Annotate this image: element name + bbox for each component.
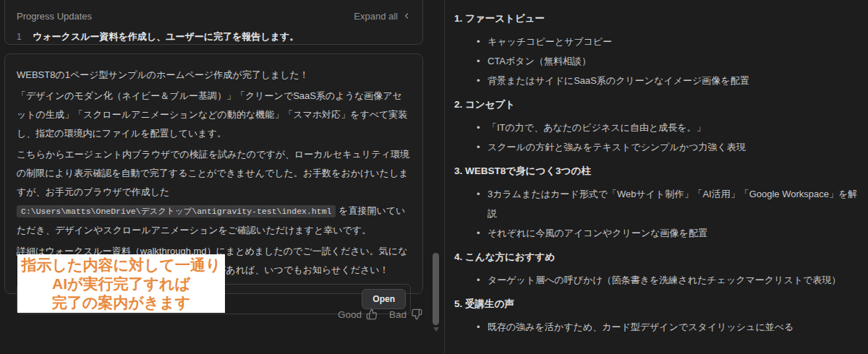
doc-bullet-list: •ターゲット層への呼びかけ（箇条書きを洗練されたチェックマークリストで表現）: [454, 270, 861, 290]
bullet-dot: •: [477, 71, 488, 90]
chevron-left-icon: [402, 12, 411, 20]
doc-bullet-text: 既存の強みを活かすため、カード型デザインでスタイリッシュに並べる: [488, 317, 793, 337]
bullet-dot: •: [477, 137, 488, 157]
doc-section: 2. コンセプト •「ITの力で、あなたのビジネスに自由と成長を。」 •スクール…: [454, 98, 861, 157]
expand-all-button[interactable]: Expand all: [354, 11, 411, 22]
bullet-dot: •: [477, 270, 488, 290]
annotation-callout: 指示した内容に対して一通り AIが実行完了すれば 完了の案内がきます: [17, 254, 225, 313]
bullet-dot: •: [477, 118, 488, 137]
doc-section: 5. 受講生の声 •既存の強みを活かすため、カード型デザインでスタイリッシュに並…: [454, 297, 861, 337]
doc-bullet: •「ITの力で、あなたのビジネスに自由と成長を。」: [477, 118, 861, 137]
doc-section: 4. こんな方におすすめ •ターゲット層への呼びかけ（箇条書きを洗練されたチェッ…: [454, 250, 861, 290]
doc-bullet: •背景またはサイドにSaaS系のクリーンなイメージ画像を配置: [477, 71, 861, 90]
thumbs-down-icon: [411, 308, 422, 320]
doc-section-heading: 5. 受講生の声: [454, 297, 861, 311]
doc-bullet-text: ターゲット層への呼びかけ（箇条書きを洗練されたチェックマークリストで表現）: [488, 270, 841, 290]
doc-bullet-text: 3カラムまたはカード形式で「Webサイト制作」「AI活用」「Google Wor…: [488, 184, 861, 223]
doc-bullet-list: •「ITの力で、あなたのビジネスに自由と成長を。」 •スクールの方針と強みをテキ…: [454, 118, 861, 157]
doc-bullet-list: •3カラムまたはカード形式で「Webサイト制作」「AI活用」「Google Wo…: [454, 184, 861, 243]
doc-bullet: •それぞれに今風のアイコンやクリーンな画像を配置: [477, 223, 861, 243]
doc-bullet-list: •キャッチコピーとサブコピー •CTAボタン（無料相談） •背景またはサイドにS…: [454, 32, 861, 90]
doc-bullet-text: スクールの方針と強みをテキストでシンプルかつ力強く表現: [488, 137, 746, 157]
progress-updates-title: Progress Updates: [17, 11, 92, 22]
message-paragraph-2: 「デザインのモダン化（ネイビー＆ブルー基調）」「クリーンでSaaS系のような画像…: [17, 87, 411, 143]
doc-section-heading: 1. ファーストビュー: [454, 12, 861, 26]
bullet-dot: •: [477, 51, 488, 71]
doc-bullet-text: キャッチコピーとサブコピー: [488, 32, 612, 51]
good-label: Good: [338, 309, 362, 320]
doc-bullet: •キャッチコピーとサブコピー: [477, 32, 861, 51]
doc-section-heading: 4. こんな方におすすめ: [454, 250, 861, 264]
doc-bullet: •スクールの方針と強みをテキストでシンプルかつ力強く表現: [477, 137, 861, 157]
doc-section: 1. ファーストビュー •キャッチコピーとサブコピー •CTAボタン（無料相談）…: [454, 12, 861, 90]
file-path-code[interactable]: C:\Users\matts\OneDrive\デスクトップ\antigravi…: [17, 205, 336, 217]
doc-bullet-list: •既存の強みを活かすため、カード型デザインでスタイリッシュに並べる: [454, 317, 861, 337]
doc-section-heading: 2. コンセプト: [454, 98, 861, 112]
doc-bullet-text: CTAボタン（無料相談）: [488, 51, 591, 71]
progress-step[interactable]: 1 ウォークスルー資料を作成し、ユーザーに完了を報告します。: [17, 31, 411, 43]
doc-bullet-text: それぞれに今風のアイコンやクリーンな画像を配置: [488, 223, 707, 243]
bullet-dot: •: [477, 184, 488, 223]
thumbs-up-icon: [366, 308, 378, 320]
bullet-dot: •: [477, 317, 488, 337]
doc-bullet: •CTAボタン（無料相談）: [477, 51, 861, 71]
bullet-dot: •: [477, 223, 488, 243]
doc-bullet-text: 「ITの力で、あなたのビジネスに自由と成長を。」: [488, 118, 706, 137]
progress-updates-card: Progress Updates Expand all 1 ウォークスルー資料を…: [4, 0, 423, 45]
doc-bullet: •ターゲット層への呼びかけ（箇条書きを洗練されたチェックマークリストで表現）: [477, 270, 861, 290]
doc-section-heading: 3. WEBST8で身につく3つの柱: [454, 164, 861, 178]
doc-section: 3. WEBST8で身につく3つの柱 •3カラムまたはカード形式で「Webサイト…: [454, 164, 861, 243]
bad-feedback-button[interactable]: Bad: [389, 308, 422, 320]
annotation-line: 完了の案内がきます: [52, 293, 190, 312]
annotation-line: AIが実行完了すれば: [52, 275, 190, 293]
doc-bullet-text: 背景またはサイドにSaaS系のクリーンなイメージ画像を配置: [488, 71, 749, 90]
good-feedback-button[interactable]: Good: [338, 308, 378, 320]
bad-label: Bad: [389, 309, 407, 320]
step-number: 1: [17, 31, 33, 42]
scrollbar-down-arrow-icon[interactable]: [433, 327, 439, 332]
open-button[interactable]: Open: [362, 289, 406, 309]
message-paragraph-3-text: こちらからエージェント内ブラウザでの検証を試みたのですが、ローカルセキュリティ環…: [17, 149, 409, 197]
doc-bullet: •既存の強みを活かすため、カード型デザインでスタイリッシュに並べる: [477, 317, 861, 337]
bullet-dot: •: [477, 32, 488, 51]
doc-bullet: •3カラムまたはカード形式で「Webサイト制作」「AI活用」「Google Wo…: [477, 184, 861, 223]
message-paragraph-1: WEBST8の1ページ型サンプルのホームページ作成が完了しました！: [17, 66, 411, 85]
chat-panel: Progress Updates Expand all 1 ウォークスルー資料を…: [0, 0, 444, 354]
vertical-scrollbar-thumb[interactable]: [433, 253, 439, 325]
progress-updates-header: Progress Updates Expand all: [17, 9, 411, 22]
step-text: ウォークスルー資料を作成し、ユーザーに完了を報告します。: [33, 31, 299, 43]
expand-all-label: Expand all: [354, 11, 398, 22]
message-paragraph-3: こちらからエージェント内ブラウザでの検証を試みたのですが、ローカルセキュリティ環…: [17, 145, 411, 240]
annotation-line: 指示した内容に対して一通り: [22, 256, 221, 275]
walkthrough-preview-panel: 1. ファーストビュー •キャッチコピーとサブコピー •CTAボタン（無料相談）…: [445, 0, 868, 354]
